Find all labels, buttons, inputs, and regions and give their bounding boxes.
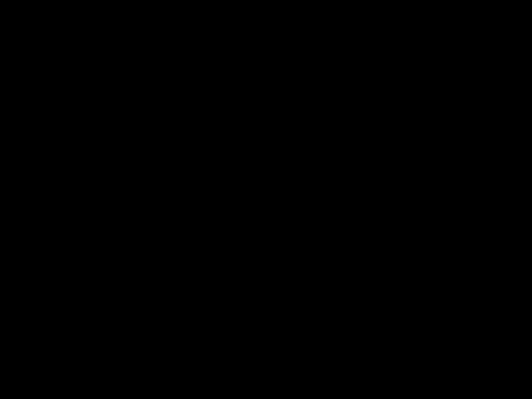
slide-title: Subtyping Example: [0, 16, 532, 47]
code-line: ...: [31, 151, 501, 176]
code-line: var p : Pos: [31, 223, 501, 248]
code-line: }: [31, 176, 501, 200]
code-line: def f(x:Int) : Pos = {: [31, 128, 501, 152]
blank-line: [31, 200, 501, 223]
code-line: q = f(p): [31, 295, 501, 319]
result-note: - type checks: [53, 332, 501, 355]
code-line: var q : Int: [31, 248, 501, 272]
code-line: Pos <: Int: [31, 80, 501, 104]
slide-body: Pos <: Int def f(x:Int) : Pos = { ... } …: [31, 80, 501, 355]
blank-line: [31, 271, 501, 295]
blank-line: [31, 104, 501, 128]
slide: Subtyping Example Pos <: Int def f(x:Int…: [0, 0, 532, 399]
